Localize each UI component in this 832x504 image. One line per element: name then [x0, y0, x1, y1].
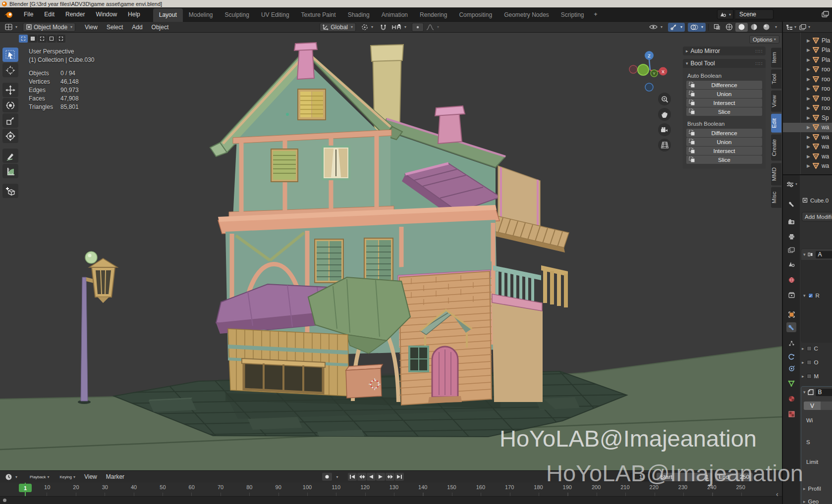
outliner-row[interactable]: ▶ wa: [783, 132, 832, 142]
shading-dropdown[interactable]: ▾: [775, 25, 777, 29]
brush-boolean-button[interactable]: Slice: [686, 155, 762, 164]
keying-set-dropdown[interactable]: ▾: [333, 473, 340, 481]
expand-arrow-icon[interactable]: ▶: [807, 38, 810, 43]
select-box-tool[interactable]: [2, 48, 18, 62]
auto-mirror-panel-header[interactable]: ▸ Auto Mirror ∷∷: [683, 47, 766, 55]
pivot-point-dropdown[interactable]: ▾: [359, 23, 376, 32]
current-frame-field[interactable]: 1: [630, 473, 652, 481]
tab-scene[interactable]: [786, 259, 796, 269]
expand-arrow-icon[interactable]: ▶: [807, 144, 810, 149]
outliner-row[interactable]: ▶ roo: [783, 94, 832, 103]
mode-dropdown[interactable]: Object Mode ▾: [23, 23, 75, 32]
profile-section-row[interactable]: ▸Profil: [803, 486, 821, 492]
tab-texture[interactable]: [786, 409, 796, 419]
workspace-tab[interactable]: Scripting: [555, 8, 590, 22]
pan-hand-button[interactable]: [658, 108, 671, 121]
expand-arrow-icon[interactable]: ▶: [807, 105, 810, 110]
outliner-row[interactable]: ▶ wa: [783, 142, 832, 152]
tab-constraints[interactable]: [786, 363, 796, 373]
timeline-menu-item[interactable]: Marker▾: [102, 473, 129, 480]
checkbox-icon[interactable]: [807, 360, 812, 365]
shading-material-button[interactable]: [748, 23, 760, 32]
tab-collection[interactable]: [786, 290, 796, 300]
sidebar-tab[interactable]: Misc: [771, 187, 781, 208]
move-tool[interactable]: [2, 83, 18, 97]
frame-start-field[interactable]: Start 1: [657, 473, 712, 481]
expand-arrow-icon[interactable]: ▶: [807, 163, 810, 168]
checkbox-checked-icon[interactable]: ✓: [808, 293, 813, 298]
sidebar-tab[interactable]: Item: [771, 48, 781, 67]
outliner-row[interactable]: ▶ wa: [783, 151, 832, 161]
timeline-editor-type-button[interactable]: ▾: [2, 472, 20, 481]
workspace-tab[interactable]: Shading: [342, 8, 376, 22]
auto-boolean-button[interactable]: Intersect: [686, 99, 762, 107]
sidebar-tab[interactable]: View: [771, 91, 781, 112]
jump-to-end-button[interactable]: [395, 473, 404, 481]
select-mode-intersect[interactable]: [56, 35, 65, 43]
falloff-dropdown[interactable]: ▾: [424, 23, 442, 32]
xray-toggle[interactable]: [711, 23, 723, 32]
properties-editor-type-button[interactable]: ▾: [785, 179, 799, 189]
property-section-row[interactable]: ▸ C: [802, 346, 818, 352]
topbar-menu-item[interactable]: Help: [123, 9, 145, 20]
outliner-row[interactable]: ▶ roo: [783, 65, 832, 75]
expand-arrow-icon[interactable]: ▶: [807, 115, 810, 120]
outliner-row[interactable]: ▶ roo: [783, 103, 832, 113]
expand-arrow-icon[interactable]: ▶: [807, 154, 810, 159]
tab-modifiers[interactable]: [786, 322, 796, 332]
outliner-filter-dropdown[interactable]: ▾: [799, 24, 810, 30]
tab-object[interactable]: [786, 309, 796, 319]
tab-tool[interactable]: [786, 199, 796, 209]
workspace-tab[interactable]: Modeling: [183, 8, 219, 22]
select-mode-invert[interactable]: [47, 35, 56, 43]
snap-with-dropdown[interactable]: ▾: [389, 23, 409, 32]
timeline-menu-item[interactable]: Playback▾: [25, 473, 54, 480]
modifier-name-field[interactable]: B: [816, 389, 832, 396]
auto-keying-button[interactable]: [322, 473, 332, 481]
shading-wireframe-button[interactable]: [723, 23, 735, 32]
expand-arrow-icon[interactable]: ▶: [807, 48, 810, 52]
geometry-section-row[interactable]: ▸Geo: [803, 499, 819, 504]
transform-orientation-dropdown[interactable]: Global ▾: [320, 23, 356, 32]
region-collapse-arrow[interactable]: ‹: [776, 490, 778, 498]
brush-boolean-button[interactable]: Union: [686, 138, 762, 146]
workspace-tab[interactable]: Geometry Nodes: [498, 8, 555, 22]
panel-grip-icon[interactable]: ∷∷: [755, 49, 763, 54]
modifier-array-header[interactable]: ▾ A: [801, 249, 832, 260]
options-dropdown[interactable]: Options▾: [749, 35, 779, 44]
jump-to-start-button[interactable]: [348, 473, 357, 481]
expand-arrow-icon[interactable]: ▶: [807, 96, 810, 101]
panel-grip-icon[interactable]: ∷∷: [755, 61, 763, 66]
brush-boolean-button[interactable]: Intersect: [686, 147, 762, 155]
tab-output[interactable]: [786, 232, 796, 242]
frame-end-field[interactable]: End 250: [715, 473, 753, 481]
add-modifier-button[interactable]: Add Modifi: [802, 212, 832, 221]
outliner-display-mode-dropdown[interactable]: ▾: [786, 24, 796, 30]
visibility-dropdown[interactable]: ▾: [647, 23, 665, 32]
workspace-tab[interactable]: Compositing: [453, 8, 498, 22]
select-mode-extend[interactable]: [28, 35, 37, 43]
workspace-tab[interactable]: Animation: [376, 8, 414, 22]
blender-logo-icon[interactable]: [4, 10, 14, 18]
tab-physics[interactable]: [786, 352, 796, 361]
expand-arrow-icon[interactable]: ▶: [807, 135, 810, 140]
outliner-row[interactable]: ▶ wa: [783, 123, 832, 133]
shading-solid-button[interactable]: [735, 23, 748, 32]
add-workspace-button[interactable]: +: [590, 8, 602, 21]
play-button[interactable]: [376, 473, 385, 481]
viewport-canvas[interactable]: User Perspective (1) Collection | Cube.0…: [0, 33, 782, 470]
next-keyframe-button[interactable]: [386, 473, 394, 481]
realize-instances-row[interactable]: ▾ ✓ R: [803, 293, 820, 299]
checkbox-icon[interactable]: [807, 346, 812, 351]
auto-boolean-button[interactable]: Union: [686, 90, 762, 98]
current-frame-badge[interactable]: 1: [19, 484, 32, 492]
outliner-row[interactable]: ▶ roo: [783, 84, 832, 94]
annotate-tool[interactable]: [2, 149, 18, 163]
toggle-perspective-button[interactable]: [658, 139, 671, 151]
viewport-menu-item[interactable]: Object: [147, 22, 173, 32]
expand-arrow-icon[interactable]: ▶: [807, 86, 810, 91]
viewport-menu-item[interactable]: View: [80, 22, 102, 32]
sidebar-tab[interactable]: MMD: [771, 163, 781, 185]
properties-breadcrumb[interactable]: Cube.0: [802, 197, 829, 203]
proportional-editing-toggle[interactable]: [412, 23, 424, 32]
